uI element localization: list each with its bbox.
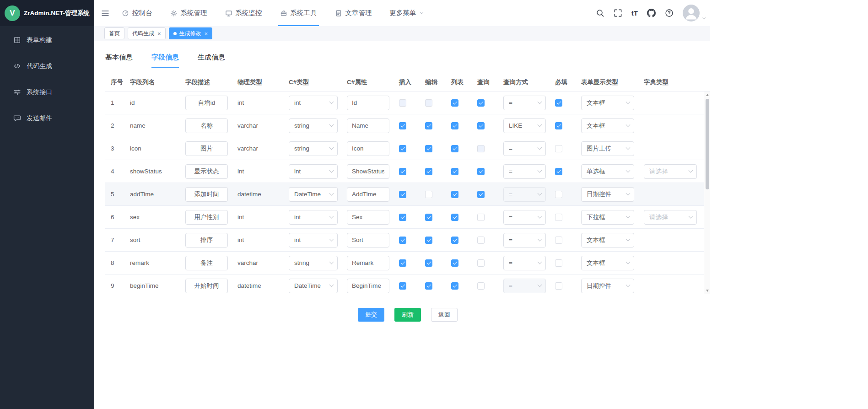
tab[interactable]: 生成修改× <box>169 27 213 39</box>
display-type-select[interactable]: 文本框 <box>581 233 634 248</box>
required-checkbox[interactable] <box>555 168 562 175</box>
description-input[interactable] <box>185 96 228 110</box>
avatar[interactable] <box>683 5 700 22</box>
description-input[interactable] <box>185 118 228 133</box>
display-type-select[interactable]: 图片上传 <box>581 141 634 156</box>
query-checkbox[interactable] <box>477 122 485 129</box>
scroll-up-button[interactable] <box>704 92 710 98</box>
csharp-type-select[interactable]: int <box>289 164 338 179</box>
scroll-thumb[interactable] <box>706 99 709 189</box>
csharp-type-select[interactable]: string <box>289 256 338 270</box>
required-checkbox[interactable] <box>555 122 562 129</box>
submit-button[interactable]: 提交 <box>358 308 384 322</box>
insert-checkbox[interactable] <box>399 191 406 198</box>
list-checkbox[interactable] <box>451 237 458 244</box>
csharp-property-input[interactable] <box>347 96 389 110</box>
refresh-button[interactable]: 刷新 <box>394 308 421 322</box>
sidebar-item[interactable]: 表单构建 <box>0 27 94 53</box>
detail-tab[interactable]: 字段信息 <box>151 53 179 68</box>
display-type-select[interactable]: 下拉框 <box>581 210 634 225</box>
fullscreen-icon[interactable] <box>614 9 622 17</box>
scroll-down-button[interactable] <box>704 288 710 294</box>
edit-checkbox[interactable] <box>425 122 432 129</box>
csharp-property-input[interactable] <box>347 233 389 248</box>
csharp-property-input[interactable] <box>347 164 389 179</box>
insert-checkbox[interactable] <box>399 145 406 152</box>
list-checkbox[interactable] <box>451 259 458 267</box>
edit-checkbox[interactable] <box>425 237 432 244</box>
description-input[interactable] <box>185 164 228 179</box>
query-checkbox[interactable] <box>477 237 485 244</box>
query-method-select[interactable]: = <box>503 210 546 225</box>
description-input[interactable] <box>185 233 228 248</box>
required-checkbox[interactable] <box>555 99 562 107</box>
list-checkbox[interactable] <box>451 282 458 290</box>
edit-checkbox[interactable] <box>425 191 432 198</box>
description-input[interactable] <box>185 187 228 202</box>
insert-checkbox[interactable] <box>399 214 406 221</box>
insert-checkbox[interactable] <box>399 259 406 267</box>
list-checkbox[interactable] <box>451 99 458 107</box>
list-checkbox[interactable] <box>451 168 458 175</box>
description-input[interactable] <box>185 141 228 156</box>
query-method-select[interactable]: = <box>503 233 546 248</box>
table-scrollbar[interactable] <box>704 91 710 294</box>
sidebar-item[interactable]: 系统接口 <box>0 79 94 105</box>
query-checkbox[interactable] <box>477 259 485 267</box>
csharp-type-select[interactable]: string <box>289 118 338 133</box>
github-icon[interactable] <box>647 9 656 17</box>
app-logo[interactable]: V ZrAdmin.NET-管理系统 <box>0 0 94 26</box>
csharp-property-input[interactable] <box>347 141 389 156</box>
display-type-select[interactable]: 文本框 <box>581 256 634 270</box>
query-method-select[interactable]: = <box>503 256 546 270</box>
topnav-item[interactable]: 系统工具 <box>280 0 317 26</box>
back-button[interactable]: 返回 <box>431 308 458 322</box>
required-checkbox[interactable] <box>555 282 562 290</box>
topnav-item[interactable]: 文章管理 <box>335 0 372 26</box>
csharp-property-input[interactable] <box>347 256 389 270</box>
csharp-property-input[interactable] <box>347 279 389 293</box>
csharp-type-select[interactable]: int <box>289 233 338 248</box>
description-input[interactable] <box>185 210 228 225</box>
required-checkbox[interactable] <box>555 259 562 267</box>
font-size-icon[interactable]: tT <box>631 9 638 17</box>
query-method-select[interactable]: LIKE <box>503 118 546 133</box>
csharp-type-select[interactable]: DateTime <box>289 187 338 202</box>
search-icon[interactable] <box>596 9 604 17</box>
query-checkbox[interactable] <box>477 168 485 175</box>
help-icon[interactable] <box>665 9 674 17</box>
required-checkbox[interactable] <box>555 145 562 152</box>
description-input[interactable] <box>185 256 228 270</box>
insert-checkbox[interactable] <box>399 122 406 129</box>
display-type-select[interactable]: 单选框 <box>581 164 634 179</box>
query-method-select[interactable]: = <box>503 141 546 156</box>
query-checkbox[interactable] <box>477 191 485 198</box>
list-checkbox[interactable] <box>451 122 458 129</box>
csharp-property-input[interactable] <box>347 187 389 202</box>
edit-checkbox[interactable] <box>425 168 432 175</box>
display-type-select[interactable]: 日期控件 <box>581 279 634 293</box>
edit-checkbox[interactable] <box>425 282 432 290</box>
query-checkbox[interactable] <box>477 282 485 290</box>
sidebar-toggle-icon[interactable] <box>101 9 110 18</box>
csharp-type-select[interactable]: int <box>289 96 338 110</box>
list-checkbox[interactable] <box>451 191 458 198</box>
csharp-type-select[interactable]: int <box>289 210 338 225</box>
csharp-property-input[interactable] <box>347 118 389 133</box>
topnav-item[interactable]: 更多菜单 <box>390 0 424 26</box>
display-type-select[interactable]: 日期控件 <box>581 187 634 202</box>
edit-checkbox[interactable] <box>425 214 432 221</box>
edit-checkbox[interactable] <box>425 259 432 267</box>
required-checkbox[interactable] <box>555 214 562 221</box>
sidebar-item[interactable]: 发送邮件 <box>0 105 94 131</box>
required-checkbox[interactable] <box>555 237 562 244</box>
tab-close-icon[interactable]: × <box>205 31 208 37</box>
list-checkbox[interactable] <box>451 145 458 152</box>
tab[interactable]: 代码生成× <box>128 27 166 39</box>
dict-type-select[interactable]: 请选择 <box>644 164 697 179</box>
tab[interactable]: 首页 <box>104 27 124 39</box>
topnav-item[interactable]: 系统管理 <box>170 0 207 26</box>
sidebar-item[interactable]: 代码生成 <box>0 53 94 79</box>
insert-checkbox[interactable] <box>399 168 406 175</box>
display-type-select[interactable]: 文本框 <box>581 118 634 133</box>
